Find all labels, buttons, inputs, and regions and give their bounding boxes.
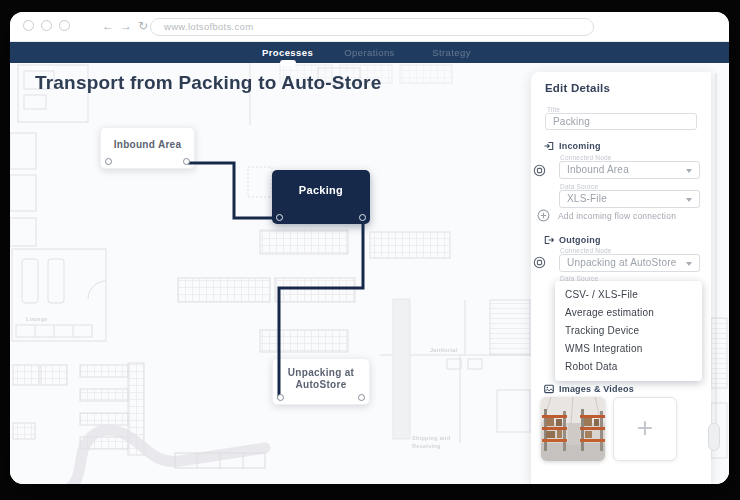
incoming-connected-node-value: Inbound Area bbox=[567, 164, 629, 175]
media-section-header: Images & Videos bbox=[544, 384, 634, 394]
node-inbound-area[interactable]: Inbound Area bbox=[100, 127, 195, 169]
floorplan-label-janitorial: Janitorial bbox=[430, 347, 458, 353]
window-minimize-button[interactable] bbox=[41, 20, 52, 31]
incoming-data-source-value: XLS-File bbox=[567, 193, 607, 204]
outgoing-icon bbox=[544, 235, 554, 245]
incoming-connected-node-label: Connected Node bbox=[560, 154, 612, 161]
outgoing-connected-node-select[interactable]: Unpacking at AutoStore bbox=[559, 254, 700, 272]
window-controls bbox=[23, 20, 70, 31]
floorplan-label-lounge: Lounge bbox=[26, 316, 48, 322]
tab-strategy[interactable]: Strategy bbox=[411, 42, 493, 63]
incoming-data-source-label: Data Source bbox=[560, 183, 598, 190]
node-unpacking-autostore-label: Unpacking at AutoStore bbox=[283, 359, 359, 391]
chevron-down-icon bbox=[686, 262, 692, 266]
reload-icon[interactable]: ↻ bbox=[138, 16, 148, 37]
incoming-section-header: Incoming bbox=[544, 141, 601, 151]
media-header-label: Images & Videos bbox=[559, 384, 634, 394]
tab-operations-label: Operations bbox=[344, 47, 394, 58]
incoming-data-source-select[interactable]: XLS-File bbox=[559, 190, 700, 208]
edit-details-panel: Edit Details Title Packing Incoming Conn… bbox=[531, 72, 711, 484]
node-packing-label: Packing bbox=[272, 170, 370, 196]
dropdown-option-wms-integration[interactable]: WMS Integration bbox=[555, 340, 702, 358]
node-unpacking-autostore[interactable]: Unpacking at AutoStore bbox=[272, 358, 370, 405]
window-close-button[interactable] bbox=[23, 20, 34, 31]
floorplan-label-shipping-1: Shipping and bbox=[412, 435, 450, 441]
node-port[interactable] bbox=[276, 214, 283, 221]
browser-chrome: ← → ↻ www.lotsofbots.com bbox=[10, 12, 729, 42]
back-icon[interactable]: ← bbox=[102, 16, 114, 37]
window-maximize-button[interactable] bbox=[59, 20, 70, 31]
connected-node-icon bbox=[533, 164, 546, 177]
node-port[interactable] bbox=[359, 214, 366, 221]
tab-processes-label: Processes bbox=[262, 47, 313, 58]
dropdown-option-robot-data[interactable]: Robot Data bbox=[555, 358, 702, 376]
warehouse-photo-thumbnail[interactable] bbox=[541, 397, 605, 461]
outgoing-header-label: Outgoing bbox=[559, 235, 601, 245]
plus-circle-icon bbox=[537, 209, 550, 222]
node-port[interactable] bbox=[183, 158, 190, 165]
data-source-dropdown: CSV- / XLS-File Average estimation Track… bbox=[555, 281, 702, 381]
add-media-button[interactable]: + bbox=[613, 397, 677, 461]
node-port[interactable] bbox=[358, 394, 365, 401]
active-tab-indicator bbox=[280, 60, 296, 66]
title-input[interactable]: Packing bbox=[545, 113, 697, 130]
url-bar[interactable]: www.lotsofbots.com bbox=[150, 18, 594, 36]
page-title: Transport from Packing to Auto-Store bbox=[35, 72, 381, 94]
node-inbound-area-label: Inbound Area bbox=[101, 128, 194, 150]
node-port[interactable] bbox=[277, 394, 284, 401]
warehouse-photo bbox=[541, 397, 605, 461]
scrollbar-thumb[interactable] bbox=[708, 423, 720, 451]
outgoing-section-header: Outgoing bbox=[544, 235, 601, 245]
panel-title: Edit Details bbox=[545, 82, 610, 94]
plus-icon: + bbox=[614, 398, 676, 458]
forward-icon[interactable]: → bbox=[120, 16, 132, 37]
incoming-connected-node-select[interactable]: Inbound Area bbox=[559, 161, 700, 179]
floorplan-label-shipping-2: Receiving bbox=[412, 443, 441, 449]
incoming-header-label: Incoming bbox=[559, 141, 601, 151]
dropdown-option-average-estimation[interactable]: Average estimation bbox=[555, 304, 702, 322]
chevron-down-icon bbox=[686, 198, 692, 202]
incoming-icon bbox=[544, 141, 554, 151]
outgoing-connected-node-value: Unpacking at AutoStore bbox=[567, 257, 676, 268]
outgoing-connected-node-label: Connected Node bbox=[560, 247, 612, 254]
node-port[interactable] bbox=[105, 158, 112, 165]
app-navbar: Processes Operations Strategy bbox=[10, 42, 729, 63]
browser-window: ← → ↻ www.lotsofbots.com Processes Opera… bbox=[10, 12, 729, 484]
dropdown-option-csv-xls[interactable]: CSV- / XLS-File bbox=[555, 286, 702, 304]
tab-operations[interactable]: Operations bbox=[329, 42, 411, 63]
image-icon bbox=[544, 384, 554, 394]
tab-strategy-label: Strategy bbox=[432, 47, 471, 58]
dropdown-option-tracking-device[interactable]: Tracking Device bbox=[555, 322, 702, 340]
tab-processes[interactable]: Processes bbox=[247, 42, 329, 63]
node-packing[interactable]: Packing bbox=[272, 170, 370, 224]
add-incoming-connection-button[interactable]: Add incoming flow connection bbox=[537, 209, 676, 222]
add-incoming-connection-label: Add incoming flow connection bbox=[558, 211, 676, 221]
chevron-down-icon bbox=[686, 169, 692, 173]
title-field-label: Title bbox=[547, 106, 560, 113]
connected-node-icon bbox=[533, 256, 546, 269]
